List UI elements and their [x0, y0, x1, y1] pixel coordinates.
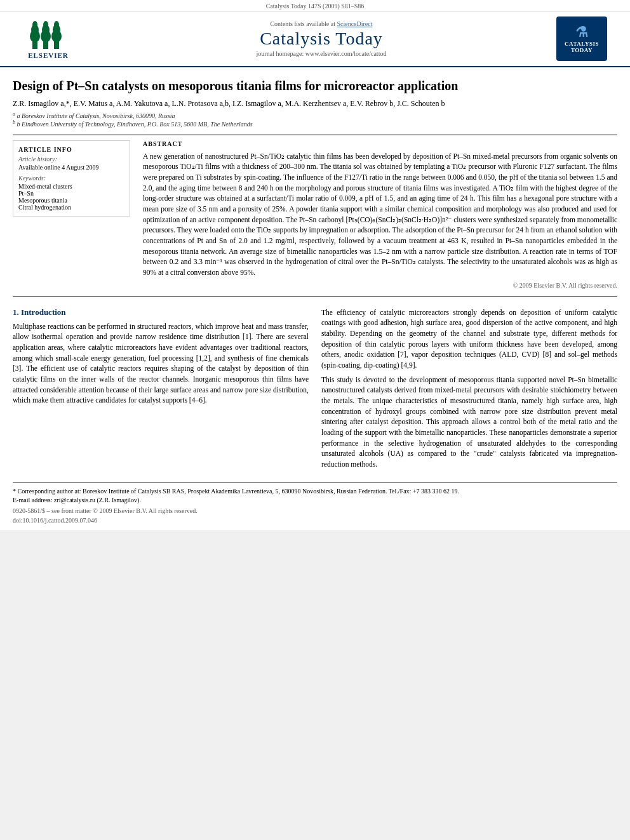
affiliation-a: a Boreskov Institute of Catalysis, Novos… [17, 112, 175, 119]
affiliations: a a Boreskov Institute of Catalysis, Nov… [13, 111, 617, 128]
intro-para-2: The efficiency of catalytic microreactor… [321, 307, 617, 371]
available-online: Available online 4 August 2009 [18, 164, 124, 171]
journal-header: ELSEVIER Contents lists available at Sci… [0, 11, 630, 67]
history-label: Article history: [18, 156, 124, 163]
elsevier-tree-icon [29, 18, 67, 50]
contents-line: Contents lists available at ScienceDirec… [86, 20, 556, 27]
left-column: ARTICLE INFO Article history: Available … [13, 140, 130, 289]
journal-title-section: Contents lists available at ScienceDirec… [86, 20, 556, 57]
doi-text: doi:10.1016/j.cattod.2009.07.046 [13, 517, 97, 524]
body-left: 1. Introduction Multiphase reactions can… [13, 307, 309, 474]
elsevier-text: ELSEVIER [28, 51, 69, 59]
abstract-label: ABSTRACT [143, 140, 617, 147]
keyword-3: Mesoporous titania [18, 197, 124, 204]
catalysis-icon: ⚗ [575, 24, 589, 41]
svg-point-7 [43, 21, 48, 29]
affiliation-b: b Eindhoven University of Technology, Ei… [17, 121, 253, 128]
keywords-label: Keywords: [18, 175, 124, 182]
intro-para-3: This study is devoted to the development… [321, 375, 617, 470]
journal-title: Catalysis Today [86, 29, 556, 49]
body-right: The efficiency of catalytic microreactor… [321, 307, 617, 474]
page: Catalysis Today 147S (2009) S81–S86 [0, 0, 630, 530]
footnotes: * Corresponding author at: Boreskov Inst… [13, 483, 617, 505]
body-two-col: 1. Introduction Multiphase reactions can… [13, 307, 617, 474]
catalysis-badge: ⚗ CATALYSIS TODAY [556, 17, 607, 61]
svg-point-3 [32, 21, 37, 29]
abstract-text: A new generation of nanostructured Pt–Sn… [143, 151, 617, 278]
journal-homepage: journal homepage: www.elsevier.com/locat… [86, 50, 556, 57]
elsevier-logo-section: ELSEVIER [10, 18, 86, 59]
top-bar: Catalysis Today 147S (2009) S81–S86 [0, 0, 630, 11]
article-info-label: ARTICLE INFO [18, 146, 124, 153]
copyright-line: © 2009 Elsevier B.V. All rights reserved… [143, 282, 617, 289]
catalysis-badge-section: ⚗ CATALYSIS TODAY [556, 17, 620, 61]
right-column: ABSTRACT A new generation of nanostructu… [143, 140, 617, 289]
content-area: Design of Pt–Sn catalysts on mesoporous … [0, 67, 630, 530]
article-info-abstract: ARTICLE INFO Article history: Available … [13, 140, 617, 289]
doi-line: doi:10.1016/j.cattod.2009.07.046 [13, 517, 617, 524]
journal-citation: Catalysis Today 147S (2009) S81–S86 [266, 3, 365, 10]
authors-line: Z.R. Ismagilov a,*, E.V. Matus a, A.M. Y… [13, 99, 617, 109]
elsevier-logo: ELSEVIER [10, 18, 86, 59]
issn-line: 0920-5861/$ – see front matter © 2009 El… [13, 507, 617, 514]
body-section: 1. Introduction Multiphase reactions can… [13, 307, 617, 474]
sciencedirect-link[interactable]: ScienceDirect [337, 20, 372, 27]
keyword-1: Mixed-metal clusters [18, 183, 124, 190]
intro-heading: 1. Introduction [13, 307, 309, 317]
intro-para-1: Multiphase reactions can be performed in… [13, 321, 309, 406]
article-title: Design of Pt–Sn catalysts on mesoporous … [13, 77, 617, 94]
article-info-box: ARTICLE INFO Article history: Available … [13, 140, 130, 217]
authors-text: Z.R. Ismagilov a,*, E.V. Matus a, A.M. Y… [13, 99, 445, 108]
divider-mid [13, 297, 617, 297]
badge-line-2: TODAY [571, 47, 593, 53]
divider-top [13, 135, 617, 135]
badge-line-1: CATALYSIS [565, 41, 599, 47]
footnote-corresponding: * Corresponding author at: Boreskov Inst… [13, 487, 617, 496]
svg-point-11 [54, 21, 59, 29]
keyword-4: Citral hydrogenation [18, 204, 124, 211]
issn-text: 0920-5861/$ – see front matter © 2009 El… [13, 507, 198, 514]
keyword-2: Pt–Sn [18, 190, 124, 197]
footnote-email: E-mail address: zri@catalysis.ru (Z.R. I… [13, 496, 617, 505]
